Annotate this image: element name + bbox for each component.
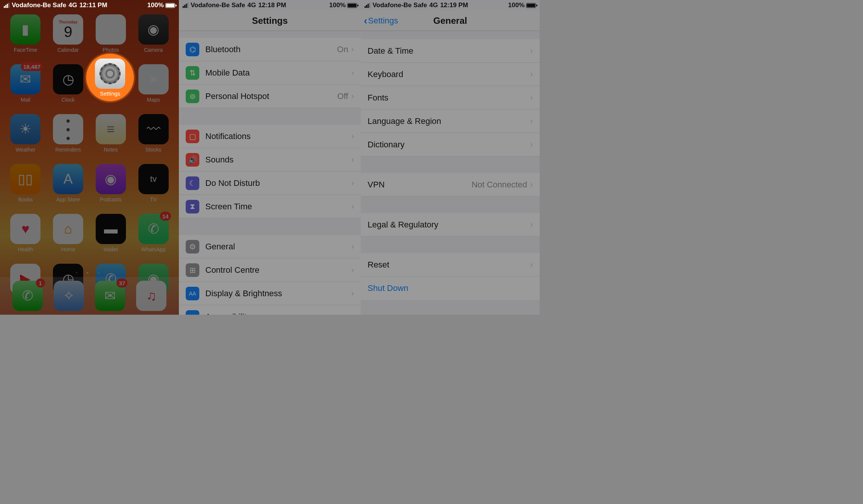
row-control-centre[interactable]: ⊞Control Centre› [179,258,361,282]
mobile-data-icon: ⇅ [186,66,199,80]
app-stocks[interactable]: 〰Stocks [135,114,171,153]
maps-icon: ➤ [138,64,169,94]
row-date-time[interactable]: Date & Time› [361,39,540,63]
signal-icon [365,3,370,8]
chevron-right-icon: › [351,265,354,275]
general-list[interactable]: Date & Time› Keyboard› Fonts› Language &… [361,31,540,300]
reminders-icon: ●●● [53,114,83,144]
app-whatsapp[interactable]: ✆14WhatsApp [135,214,171,252]
dock-phone[interactable]: ✆1 [12,281,43,311]
calendar-icon: Thursday9 [53,14,83,45]
app-label: Calendar [57,47,79,53]
battery-icon [165,3,175,8]
gear-icon: ⚙ [186,240,199,254]
dock-music[interactable]: ♫ [136,281,166,311]
row-dnd[interactable]: ☾Do Not Disturb› [179,172,361,195]
app-label: Settings [100,90,120,97]
app-clock[interactable]: ◷Clock [50,64,86,103]
app-home[interactable]: ⌂Home [50,214,86,252]
chevron-right-icon: › [530,140,533,150]
notes-icon: ≡ [96,114,126,144]
row-dictionary[interactable]: Dictionary› [361,133,540,156]
carrier-label: Vodafone-Be Safe [373,2,427,9]
row-mobile-data[interactable]: ⇅Mobile Data› [179,61,361,85]
app-notes[interactable]: ≡Notes [93,114,129,153]
music-icon: ♫ [136,281,166,311]
chevron-right-icon: › [530,180,533,190]
app-label: TV [150,196,157,203]
chevron-right-icon: › [351,45,354,54]
chevron-right-icon: › [530,70,533,79]
chevron-right-icon: › [530,260,533,270]
chevron-right-icon: › [351,312,354,315]
row-reset[interactable]: Reset› [361,253,540,277]
page-title: Settings [252,15,288,26]
battery-icon [526,3,536,8]
row-notifications[interactable]: ▢Notifications› [179,125,361,148]
row-vpn[interactable]: VPNNot Connected› [361,173,540,196]
app-podcasts[interactable]: ◉Podcasts [93,164,129,203]
settings-highlight[interactable]: Settings [86,54,134,101]
app-tv[interactable]: tvTV [135,164,171,203]
camera-icon: ◉ [138,14,169,45]
row-accessibility[interactable]: ☺Accessibility› [179,305,361,315]
row-hotspot[interactable]: ⊚Personal HotspotOff› [179,85,361,108]
battery-label: 100% [147,2,164,9]
app-weather[interactable]: ☀Weather [8,114,43,153]
clock-label: 12:18 PM [258,2,286,9]
app-calendar[interactable]: Thursday9Calendar [50,14,86,53]
badge: 1 [36,278,45,288]
chevron-right-icon: › [351,202,354,212]
row-screentime[interactable]: ⧗Screen Time› [179,195,361,218]
badge: 14 [160,212,171,221]
signal-icon [4,3,9,8]
network-label: 4G [429,2,438,9]
chevron-right-icon: › [351,68,354,78]
app-camera[interactable]: ◉Camera [135,14,171,53]
status-bar: Vodafone-Be Safe 4G 12:18 PM 100% [179,0,361,11]
row-shutdown[interactable]: Shut Down [361,277,540,300]
weather-icon: ☀ [10,114,40,144]
app-mail[interactable]: ✉18,487Mail [8,64,43,103]
chevron-right-icon: › [351,289,354,298]
app-facetime[interactable]: ▮FaceTime [8,14,43,53]
clock-label: 12:11 PM [79,2,107,9]
app-photos[interactable]: ✿Photos [93,14,129,53]
settings-list[interactable]: ⌬BluetoothOn› ⇅Mobile Data› ⊚Personal Ho… [179,31,361,315]
app-label: Maps [147,97,160,103]
row-display[interactable]: AADisplay & Brightness› [179,282,361,305]
general-screen: Vodafone-Be Safe 4G 12:19 PM 100% ‹Setti… [361,0,540,315]
chevron-left-icon: ‹ [364,15,367,27]
row-keyboard[interactable]: Keyboard› [361,63,540,86]
app-label: Photos [102,47,119,53]
wallet-icon: ▬ [96,214,126,244]
display-icon: AA [186,287,199,300]
tv-icon: tv [138,164,169,194]
app-appstore[interactable]: AApp Store [50,164,86,203]
row-legal[interactable]: Legal & Regulatory› [361,213,540,237]
app-label: Wallet [104,246,118,252]
app-label: Home [61,246,75,252]
row-fonts[interactable]: Fonts› [361,86,540,110]
row-sounds[interactable]: 🔊Sounds› [179,148,361,172]
page-dots[interactable]: ○ ● ○ [0,271,179,275]
app-maps[interactable]: ➤Maps [135,64,171,103]
app-reminders[interactable]: ●●●Reminders [50,114,86,153]
bluetooth-icon: ⌬ [186,43,199,56]
app-wallet[interactable]: ▬Wallet [93,214,129,252]
chevron-right-icon: › [530,46,533,56]
chevron-right-icon: › [351,91,354,101]
app-label: Camera [144,47,163,53]
row-general[interactable]: ⚙General› [179,235,361,258]
control-centre-icon: ⊞ [186,263,199,277]
app-health[interactable]: ♥Health [8,214,43,252]
app-label: Reminders [55,147,81,153]
dock-safari[interactable]: ✧ [54,281,84,311]
app-books[interactable]: ▯▯Books [8,164,43,203]
facetime-icon: ▮ [10,14,40,45]
settings-icon [95,59,125,89]
dock-messages[interactable]: ✉37 [95,281,125,311]
row-language-region[interactable]: Language & Region› [361,110,540,133]
back-button[interactable]: ‹Settings [364,15,398,27]
row-bluetooth[interactable]: ⌬BluetoothOn› [179,38,361,61]
